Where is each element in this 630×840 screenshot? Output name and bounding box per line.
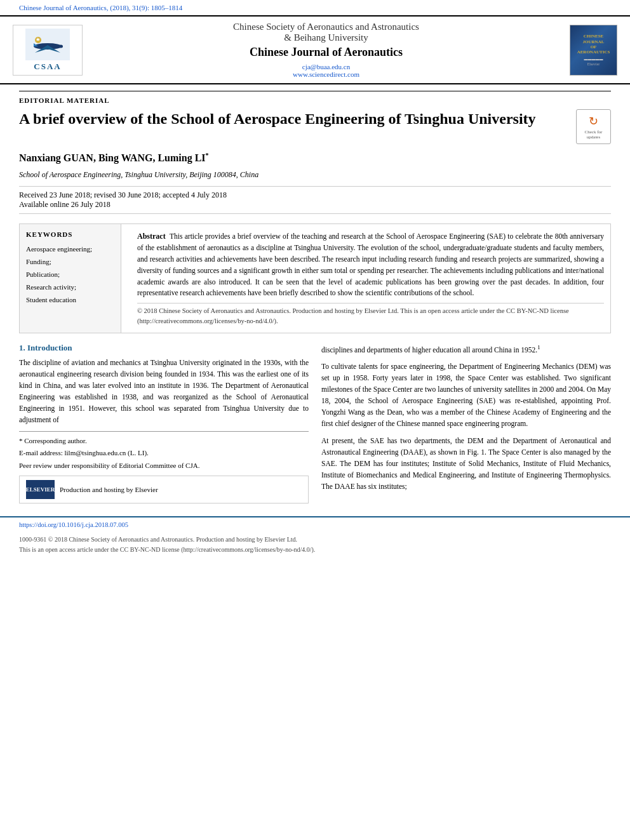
editorial-label: EDITORIAL MATERIAL: [19, 91, 611, 104]
kw-item-2: Funding;: [26, 256, 114, 269]
dates-section: Received 23 June 2018; revised 30 June 2…: [19, 186, 611, 214]
abstract-text: Abstract This article provides a brief o…: [137, 230, 604, 299]
keywords-box: KEYWORDS Aerospace engineering; Funding;…: [20, 224, 121, 332]
journal-name: Chinese Journal of Aeronautics: [89, 46, 563, 59]
top-citation-bar: Chinese Journal of Aeronautics, (2018), …: [0, 0, 630, 15]
kw-item-1: Aerospace engineering;: [26, 243, 114, 256]
intro-left-text: The discipline of aviation and mechanics…: [19, 357, 309, 426]
refresh-icon: ↻: [589, 114, 598, 128]
elsevier-logo: ELSEVIER: [26, 480, 55, 499]
article-title: A brief overview of the School of Aerosp…: [19, 109, 570, 129]
check-updates-label: Check for updates: [585, 130, 603, 140]
journal-header: CSAA Chinese Society of Aeronautics and …: [0, 15, 630, 84]
website-link[interactable]: www.sciencedirect.com: [293, 70, 359, 78]
email-link[interactable]: cja@buaa.edu.cn: [302, 63, 350, 70]
footnote-area: * Corresponding author. E-mail address: …: [19, 431, 309, 504]
section-1-heading: 1. Introduction: [19, 343, 309, 353]
affiliation: School of Aerospace Engineering, Tsinghu…: [19, 170, 611, 180]
article-title-row: A brief overview of the School of Aerosp…: [19, 109, 611, 144]
society-name: Chinese Society of Aeronautics and Astro…: [89, 22, 563, 43]
bottom-legal: 1000-9361 © 2018 Chinese Society of Aero…: [0, 532, 630, 559]
cover-decoration: ▬▬▬▬▬: [584, 57, 603, 61]
contact-info: cja@buaa.edu.cn www.sciencedirect.com: [89, 63, 563, 78]
csaa-text: CSAA: [34, 62, 61, 72]
cover-title: CHINESEJOURNALOFAERONAUTICS: [577, 34, 610, 55]
journal-title-center: Chinese Society of Aeronautics and Astro…: [89, 22, 563, 78]
check-updates-badge[interactable]: ↻ Check for updates: [576, 109, 611, 144]
kw-item-4: Research activity;: [26, 281, 114, 294]
right-column: disciplines and departments of higher ed…: [321, 343, 611, 503]
left-column: 1. Introduction The discipline of aviati…: [19, 343, 309, 503]
intro-right-text-3: At present, the SAE has two departments,…: [321, 435, 611, 493]
kw-item-3: Publication;: [26, 269, 114, 281]
received-date: Received 23 June 2018; revised 30 June 2…: [19, 190, 611, 200]
svg-point-5: [59, 44, 63, 48]
journal-cover-image: CHINESEJOURNALOFAERONAUTICS ▬▬▬▬▬ Elsevi…: [570, 25, 617, 76]
content-area: EDITORIAL MATERIAL A brief overview of t…: [0, 84, 630, 516]
keywords-title: KEYWORDS: [26, 230, 114, 238]
issn-text: 1000-9361 © 2018 Chinese Society of Aero…: [19, 535, 611, 545]
license-text: This is an open access article under the…: [19, 545, 611, 555]
authors: Nanxiang GUAN, Bing WANG, Luming LI*: [19, 152, 611, 164]
elsevier-logo-box: ELSEVIER Production and hosting by Elsev…: [19, 476, 309, 503]
kw-item-5: Student education: [26, 294, 114, 307]
citation-text: Chinese Journal of Aeronautics, (2018), …: [19, 4, 182, 11]
email-note: E-mail address: lilm@tsinghua.edu.cn (L.…: [19, 448, 309, 458]
csaa-logo: CSAA: [13, 25, 83, 76]
keywords-abstract-row: KEYWORDS Aerospace engineering; Funding;…: [19, 223, 611, 333]
doi-link[interactable]: https://doi.org/10.1016/j.cja.2018.07.00…: [19, 521, 128, 528]
bottom-doi-bar: https://doi.org/10.1016/j.cja.2018.07.00…: [0, 516, 630, 532]
article-body: 1. Introduction The discipline of aviati…: [19, 343, 611, 503]
copyright-line: © 2018 Chinese Society of Aeronautics an…: [137, 303, 604, 326]
peer-review-note: Peer review under responsibility of Edit…: [19, 460, 309, 471]
corresponding-note: * Corresponding author.: [19, 436, 309, 446]
intro-right-text-2: To cultivate talents for space engineeri…: [321, 361, 611, 430]
available-date: Available online 26 July 2018: [19, 200, 611, 210]
elsevier-label: Production and hosting by Elsevier: [60, 486, 158, 493]
abstract-box: Abstract This article provides a brief o…: [131, 224, 610, 332]
intro-right-text-1: disciplines and departments of higher ed…: [321, 343, 611, 356]
